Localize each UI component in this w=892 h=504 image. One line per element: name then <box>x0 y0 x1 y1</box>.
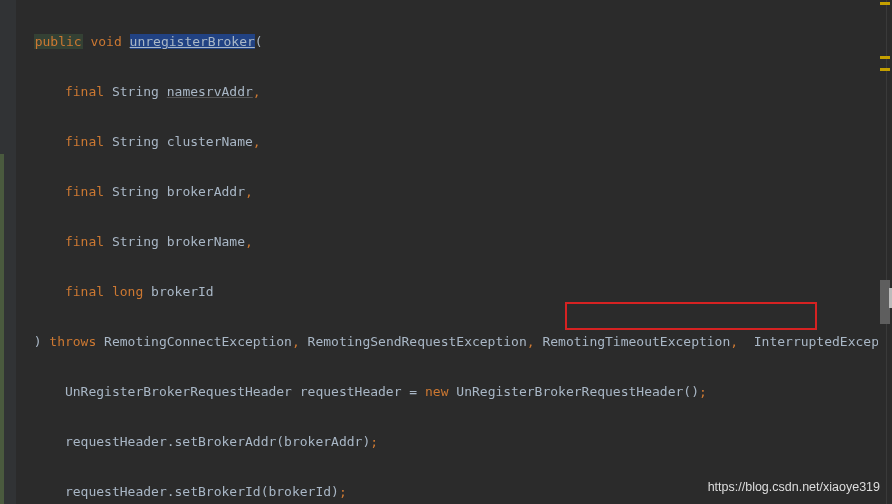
keyword-public: public <box>34 34 83 49</box>
minimap[interactable] <box>878 0 892 504</box>
code-editor[interactable]: public void unregisterBroker( final Stri… <box>18 4 878 504</box>
minimap-warning-marker[interactable] <box>880 56 890 59</box>
code-line[interactable]: final String brokerAddr, <box>18 179 878 204</box>
minimap-warning-marker[interactable] <box>880 2 890 5</box>
code-line[interactable]: UnRegisterBrokerRequestHeader requestHea… <box>18 379 878 404</box>
keyword-void: void <box>90 34 121 49</box>
gutter <box>0 0 16 504</box>
code-line[interactable]: final long brokerId <box>18 279 878 304</box>
change-marker <box>0 154 4 504</box>
code-line[interactable]: public void unregisterBroker( <box>18 29 878 54</box>
watermark: https://blog.csdn.net/xiaoye319 <box>708 475 880 500</box>
code-line[interactable]: final String clusterName, <box>18 129 878 154</box>
code-line[interactable]: final String namesrvAddr, <box>18 79 878 104</box>
minimap-border <box>886 0 887 504</box>
minimap-warning-marker[interactable] <box>880 68 890 71</box>
method-name[interactable]: unregisterBroker <box>130 34 255 49</box>
code-line[interactable]: ) throws RemotingConnectException, Remot… <box>18 329 878 354</box>
code-line[interactable]: requestHeader.setBrokerAddr(brokerAddr); <box>18 429 878 454</box>
code-line[interactable]: final String brokerName, <box>18 229 878 254</box>
